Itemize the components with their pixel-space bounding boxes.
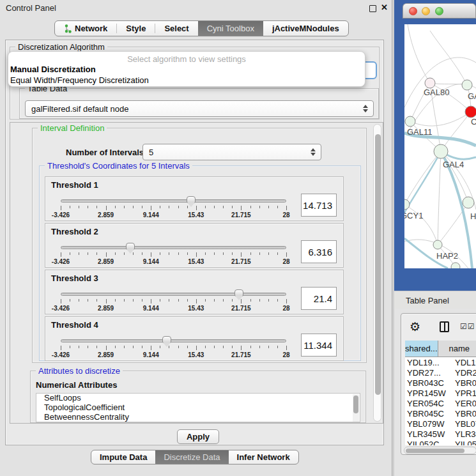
table-row[interactable]: YLR345WYLR345W <box>405 429 476 440</box>
network-graph: GAL80GACGAL11GAL4GCY1HHAP2 <box>404 24 476 268</box>
network-canvas[interactable]: GAL80GACGAL11GAL4GCY1HHAP2 <box>404 24 476 268</box>
slider-track[interactable] <box>61 246 286 249</box>
table-row[interactable]: YDL19...YDL19 <box>405 358 476 368</box>
table-row[interactable]: YBR043CYBR043C <box>405 378 476 388</box>
threshold-value-field[interactable]: 6.316 <box>301 240 337 263</box>
cell-shared-name: YBR045C <box>405 409 451 419</box>
column-header-name[interactable]: name <box>438 341 476 357</box>
table-row[interactable]: YIL052CYIL052C <box>405 440 476 445</box>
network-node[interactable] <box>462 80 472 90</box>
slider-ticks <box>61 299 286 304</box>
scrollbar-thumb[interactable] <box>406 449 464 453</box>
table-row[interactable]: YBR045CYBR045C <box>405 409 476 419</box>
minimize-traffic-light[interactable] <box>422 7 430 15</box>
tab-cyni-toolbox[interactable]: Cyni Toolbox <box>198 21 263 36</box>
tab-select[interactable]: Select <box>155 21 197 36</box>
node-label: GAL11 <box>407 127 433 137</box>
table-row[interactable]: YBL079WYBL079W <box>405 419 476 429</box>
threshold-slider[interactable]: -3.4262.8599.14415.4321.71528 <box>61 243 286 266</box>
zoom-traffic-light[interactable] <box>435 7 443 15</box>
column-header-shared-name[interactable]: shared... <box>405 341 438 357</box>
threshold-panel: Threshold 3 -3.4262.8599.14415.4321.7152… <box>45 270 344 314</box>
tab-style[interactable]: Style <box>117 21 155 36</box>
network-node[interactable] <box>434 144 448 158</box>
number-of-intervals-combobox[interactable]: 5 <box>142 144 321 160</box>
network-node[interactable] <box>433 240 442 249</box>
settings-vertical-scrollbar[interactable] <box>373 124 381 422</box>
dropdown-item[interactable]: Manual Discretization <box>10 65 96 74</box>
close-traffic-light[interactable] <box>409 7 417 15</box>
close-icon[interactable]: ✕ <box>381 3 388 12</box>
apply-button[interactable]: Apply <box>177 429 219 444</box>
table-panel-area: ⚙ ☑☑ shared... name YDL19...YDL19YDR27..… <box>394 309 476 476</box>
tick-label: 2.859 <box>98 305 114 312</box>
table-row[interactable]: YER054CYER054C <box>405 399 476 409</box>
node-label: HAP2 <box>436 251 458 261</box>
table-row[interactable]: YDR27...YDR27 <box>405 368 476 378</box>
scrollbar-thumb[interactable] <box>375 134 381 395</box>
checkbox-icons[interactable]: ☑☑ <box>460 322 475 331</box>
threshold-slider[interactable]: -3.4262.8599.14415.4321.71528 <box>61 289 286 312</box>
bottom-tabbar: Impute Data Discretize Data Infer Networ… <box>91 450 299 464</box>
tick-label: 28 <box>282 211 289 219</box>
table-row[interactable]: YPR145WYPR145W <box>405 388 476 399</box>
tick-label: 15.43 <box>188 305 204 312</box>
tick-label: 21.715 <box>231 351 251 358</box>
dropdown-item[interactable]: Equal Width/Frequency Discretization <box>10 75 149 85</box>
slider-thumb[interactable] <box>162 336 171 343</box>
network-node[interactable] <box>405 116 415 127</box>
table-panel-box: ⚙ ☑☑ shared... name YDL19...YDL19YDR27..… <box>401 313 476 455</box>
node-label: GAL80 <box>424 88 449 97</box>
table-horizontal-scrollbar[interactable] <box>404 447 476 454</box>
group-title: Threshold's Coordinates for 5 Intervals <box>45 161 192 171</box>
float-window-icon[interactable] <box>369 5 376 12</box>
tick-label: -3.426 <box>52 305 70 312</box>
tick-label: 9.144 <box>143 351 159 358</box>
network-node[interactable] <box>463 197 474 208</box>
scrollbar-thumb[interactable] <box>353 395 358 413</box>
node-label: C <box>471 117 476 127</box>
cell-shared-name: YDR27... <box>405 368 451 378</box>
tab-network[interactable]: Network <box>55 21 116 36</box>
attribute-item[interactable]: BetweennessCentrality <box>36 413 360 422</box>
cell-shared-name: YER054C <box>405 399 451 409</box>
tick-label: 2.859 <box>98 351 114 358</box>
tab-label: jActiveMNodules <box>272 24 339 33</box>
network-node[interactable] <box>404 199 410 210</box>
attribute-item[interactable]: TopologicalCoefficient <box>36 403 360 413</box>
table-header-row: shared... name <box>405 341 476 357</box>
slider-track[interactable] <box>61 199 286 203</box>
attribute-item[interactable]: SelfLoops <box>36 394 360 403</box>
threshold-slider[interactable]: -3.4262.8599.14415.4321.71528 <box>61 196 286 219</box>
tab-jactivemnodules[interactable]: jActiveMNodules <box>263 21 348 36</box>
tick-label: -3.426 <box>52 211 70 219</box>
threshold-value-field[interactable]: 14.713 <box>301 194 337 217</box>
tick-label: 9.144 <box>143 305 159 312</box>
number-of-intervals-value: 5 <box>149 148 153 157</box>
top-tabbar: Network Style Select Cyni Toolbox jActiv… <box>54 20 349 36</box>
table-data-combobox[interactable]: galFiltered.sif default node <box>25 100 374 117</box>
slider-thumb[interactable] <box>234 289 243 296</box>
gear-icon[interactable]: ⚙ <box>410 319 420 334</box>
columns-icon[interactable] <box>440 321 449 332</box>
slider-thumb[interactable] <box>187 196 196 203</box>
threshold-value-field[interactable]: 21.4 <box>301 287 337 310</box>
network-node[interactable] <box>465 106 476 118</box>
attributes-scrollbar[interactable] <box>353 394 359 422</box>
tab-infer-network[interactable]: Infer Network <box>229 450 298 464</box>
network-node[interactable] <box>451 263 460 268</box>
slider-thumb[interactable] <box>126 243 135 250</box>
numerical-attributes-list[interactable]: SelfLoopsTopologicalCoefficientBetweenne… <box>36 393 360 422</box>
threshold-slider[interactable]: -3.4262.8599.14415.4321.71528 <box>61 336 286 359</box>
tab-label: Style <box>126 24 146 33</box>
app-root: Control Panel ✕ Network Style Select Cyn… <box>0 0 476 476</box>
tab-impute-data[interactable]: Impute Data <box>91 450 155 464</box>
cell-shared-name: YPR145W <box>405 388 451 399</box>
network-window-titlebar[interactable] <box>403 3 476 19</box>
threshold-value-field[interactable]: 11.344 <box>301 334 337 357</box>
network-node[interactable] <box>425 78 435 88</box>
slider-track[interactable] <box>61 339 286 342</box>
slider-track[interactable] <box>61 293 286 296</box>
tab-label: Impute Data <box>100 452 147 462</box>
tab-discretize-data[interactable]: Discretize Data <box>155 450 228 464</box>
